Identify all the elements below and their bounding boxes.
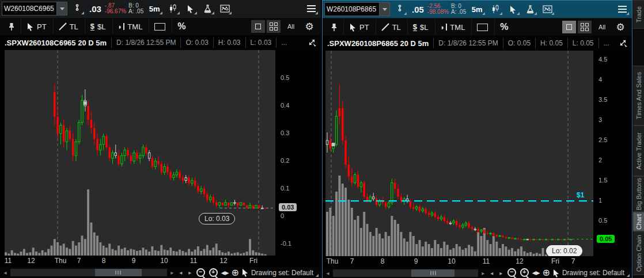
zoom-in-icon[interactable]: + — [209, 268, 219, 278]
all-button[interactable]: All — [282, 20, 300, 33]
percent-tool-button[interactable]: % — [494, 20, 513, 35]
patterns-icon[interactable] — [217, 2, 232, 16]
pin-button[interactable] — [326, 20, 342, 35]
candlestick-chart[interactable] — [5, 50, 275, 256]
time-level-tool-button[interactable]: ◗ TML — [112, 19, 148, 34]
symbol-value[interactable]: W260108C6965 — [2, 5, 56, 13]
chart-title-row: .SPXW260108C6965 20 D 5m D: 1/8/26 12:55… — [0, 35, 321, 50]
symbol-input[interactable]: W260108P6865 — [324, 2, 390, 16]
price-level-tool-button[interactable]: $ $L — [85, 19, 111, 34]
crosshair-icon[interactable]: ⊕ — [543, 268, 550, 277]
zoom-in-icon[interactable]: + — [520, 268, 530, 278]
time-axis[interactable]: 1112Thu789101112Fri — [0, 256, 321, 267]
low-price-bubble: Lo: 0.03 — [199, 213, 235, 224]
chart-more[interactable]: ... — [598, 38, 614, 48]
x-axis-tick: 7 — [77, 257, 81, 265]
chart-style-icon[interactable] — [165, 2, 180, 16]
grid-icon — [270, 22, 278, 31]
drawing-set-selector[interactable]: Drawing set: Default — [562, 269, 630, 277]
rectangle-tool-button[interactable] — [471, 20, 493, 35]
sidebar-tab-chart[interactable]: Chart — [633, 212, 644, 231]
price-axis[interactable]: 4.543.532.521.510.50.05 — [593, 51, 632, 256]
symbol-dropdown-button[interactable] — [56, 2, 67, 15]
fit-width-icon[interactable]: ◀▶ — [221, 270, 229, 276]
pan-right-button[interactable]: ▸ — [187, 269, 194, 276]
all-button[interactable]: All — [593, 21, 611, 33]
pointer-tool-button[interactable]: PT — [343, 20, 374, 35]
crosshair-icon[interactable]: ⊕ — [232, 268, 239, 277]
studies-flask-icon[interactable] — [200, 2, 215, 16]
link-icon[interactable] — [70, 2, 85, 16]
y-axis-tick: 0.5 — [281, 74, 289, 81]
grid-layout-button[interactable] — [267, 20, 281, 33]
time-level-tool-button[interactable]: ◗ TML — [435, 20, 471, 35]
chart-panel-call: W260108C6965 .03 -.87-96.67% B: 0A: .05 … — [0, 0, 321, 278]
sidebar-tab-option-chain[interactable]: Option Chain — [633, 231, 644, 275]
price-line-label: $1 — [577, 191, 584, 199]
time-axis[interactable]: Thu789101112Fri7 — [323, 256, 632, 268]
price-level-tool-button[interactable]: $ $L — [407, 20, 434, 35]
single-chart-button[interactable] — [562, 21, 576, 33]
chart-plot-area[interactable]: $1Lo: 0.02 — [325, 51, 593, 256]
scroll-right-arrow[interactable]: ▸ — [169, 269, 175, 276]
chart-more[interactable]: ... — [276, 37, 291, 48]
symbol-input[interactable]: W260108C6965 — [2, 2, 67, 16]
pin-button[interactable] — [3, 19, 20, 34]
cursor-tool-icon[interactable] — [183, 2, 198, 16]
dollar-icon: $ — [90, 22, 94, 31]
patterns-icon[interactable] — [540, 2, 555, 16]
price-axis[interactable]: 0.50.40.30.20.10-0.10.03 — [275, 50, 321, 256]
pan-right-button[interactable]: ▸ — [498, 270, 505, 276]
timeframe-button[interactable]: 5m — [146, 2, 163, 16]
scrollbar-thumb[interactable] — [411, 269, 455, 277]
pan-left-button[interactable]: ◂ — [488, 270, 495, 276]
scroll-left-arrow[interactable]: ◂ — [2, 269, 8, 276]
grid-layout-button[interactable] — [578, 21, 592, 33]
sidebar-tab-trade[interactable]: Trade — [633, 0, 644, 29]
collapse-panel-icon[interactable] — [307, 38, 317, 47]
chart-scrollbar[interactable] — [333, 269, 478, 277]
chart-plot-area[interactable]: Lo: 0.03 — [5, 50, 275, 256]
trendline-tool-button[interactable]: TL — [376, 20, 406, 35]
chart-scrollbar[interactable] — [10, 269, 167, 276]
gear-icon[interactable]: ⚙ — [301, 21, 317, 32]
scroll-right-arrow[interactable]: ▸ — [480, 270, 486, 276]
y-axis-tick: 0.2 — [281, 157, 289, 164]
y-axis-tick: 4 — [598, 76, 602, 83]
x-axis-tick: Fri — [551, 257, 559, 265]
link-icon[interactable] — [392, 2, 407, 16]
chart-symbol-title: .SPXW260108C6965 20 D 5m — [0, 37, 111, 48]
gear-icon[interactable]: ⚙ — [612, 21, 628, 33]
scrollbar-thumb[interactable] — [95, 269, 142, 276]
pan-left-button[interactable]: ◂ — [177, 269, 184, 276]
chevron-down-icon — [382, 8, 387, 11]
drawing-set-selector[interactable]: Drawing set: Default — [251, 269, 319, 277]
sidebar-tab-times-and-sales[interactable]: Times And Sales — [633, 66, 644, 125]
pointer-tool-button[interactable]: PT — [21, 19, 52, 34]
scroll-left-arrow[interactable]: ◂ — [325, 270, 331, 276]
collapse-panel-icon[interactable] — [618, 39, 628, 48]
sidebar-tab-active-trader[interactable]: Active Trader — [633, 125, 644, 176]
cursor-mode-icon[interactable] — [241, 268, 249, 277]
chart-style-icon[interactable] — [488, 2, 503, 16]
chart-bottom-bar: ◂ ▸ ◂ ▸ − + ◀▶ ⊕ Drawing set: Default — [323, 268, 632, 278]
sidebar-tab-big-buttons[interactable]: Big Buttons — [633, 176, 644, 212]
symbol-value[interactable]: W260108P6865 — [325, 5, 379, 13]
fit-width-icon[interactable]: ◀▶ — [532, 270, 540, 276]
rectangle-tool-button[interactable] — [149, 19, 171, 34]
trendline-tool-button[interactable]: TL — [53, 19, 84, 34]
zoom-out-icon[interactable]: − — [196, 268, 206, 278]
studies-flask-icon[interactable] — [522, 2, 537, 16]
cursor-tool-icon[interactable] — [505, 2, 520, 16]
candlestick-chart[interactable] — [325, 51, 593, 256]
sidebar-tab-label: Big Buttons — [635, 178, 642, 210]
cursor-mode-icon[interactable] — [552, 269, 560, 277]
x-axis-tick: 7 — [571, 257, 575, 265]
symbol-dropdown-button[interactable] — [379, 3, 389, 16]
zoom-out-icon[interactable]: − — [507, 268, 517, 278]
single-chart-button[interactable] — [251, 20, 265, 33]
menu-icon[interactable] — [304, 2, 319, 16]
menu-icon[interactable] — [615, 2, 630, 16]
timeframe-button[interactable]: 5m — [468, 2, 486, 16]
percent-tool-button[interactable]: % — [172, 19, 191, 34]
